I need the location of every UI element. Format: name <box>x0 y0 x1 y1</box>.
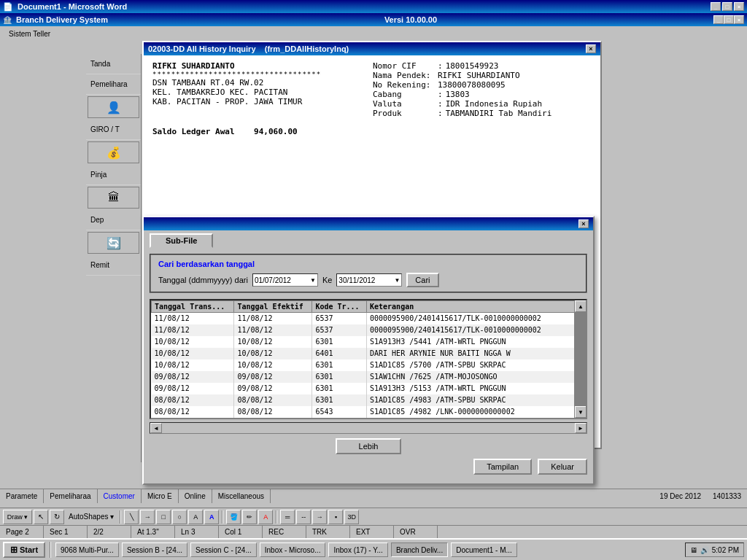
person-icon: 👤 <box>107 101 121 114</box>
line-color-tool[interactable]: ✏ <box>242 510 257 524</box>
bds-tab-pemeliharaan[interactable]: Pemeliharaa <box>44 489 97 503</box>
lebih-button[interactable]: Lebih <box>336 438 402 454</box>
textbox-tool[interactable]: A <box>188 510 203 524</box>
subfile-tab[interactable]: Sub-File <box>150 233 213 248</box>
scroll-track[interactable] <box>575 312 586 406</box>
rect-tool[interactable]: □ <box>156 510 171 524</box>
bds-tab-micro[interactable]: Micro E <box>142 489 179 503</box>
draw-dropdown-button[interactable]: Draw ▾ <box>3 510 32 524</box>
scroll-right-button[interactable]: ► <box>575 423 587 433</box>
scroll-left-button[interactable]: ◄ <box>150 423 162 433</box>
bds-nav-pemelihara[interactable]: Pemelihara <box>86 74 141 95</box>
data-table-wrapper: Tanggal Trans... Tanggal Efektif Kode Tr… <box>150 299 587 419</box>
bds-tab-miscellaneous[interactable]: Miscellaneous <box>212 489 271 503</box>
nomor-cif-value: 18001549923 <box>446 61 499 71</box>
select-button[interactable]: ↖ <box>34 510 48 524</box>
table-row[interactable]: 08/08/12 08/08/12 6301 S1AD1C85 /4983 /A… <box>152 394 586 406</box>
wordart-tool[interactable]: A <box>204 510 219 524</box>
bds-menu-sistem-teller[interactable]: Sistem Teller <box>3 28 56 39</box>
bds-nav-tanda[interactable]: Tanda <box>86 54 141 74</box>
clock: 5:02 PM <box>712 546 739 554</box>
bds-tab-online[interactable]: Online <box>179 489 212 503</box>
pemelihara-label: Pemelihara <box>90 80 128 88</box>
pemeliharaan-label: Pemeliharaa <box>50 492 90 500</box>
cell-keterangan: S1A913H3 /5441 /ATM-WRTL PNGGUN <box>367 336 586 348</box>
table-row[interactable]: 10/08/12 10/08/12 6401 DARI HER ARYNIE N… <box>152 348 586 359</box>
close-button[interactable]: × <box>734 2 744 11</box>
taskbar-right: 🖥 🔊 5:02 PM <box>685 542 744 557</box>
bds-status-right: 19 Dec 2012 1401333 <box>654 492 747 500</box>
rec-value: REC <box>268 528 284 536</box>
arrow-tool[interactable]: → <box>140 510 155 524</box>
minimize-button[interactable]: _ <box>711 2 721 11</box>
taskbar-branch-delivery[interactable]: Branch Deliv... <box>391 542 448 557</box>
at-status: At 1.3" <box>131 526 175 538</box>
table-row[interactable]: 10/08/12 10/08/12 6301 S1A913H3 /5441 /A… <box>152 336 586 348</box>
subfile-titlebar: × <box>144 217 593 230</box>
dash-style-tool[interactable]: -- <box>296 510 311 524</box>
taskbar-sep <box>50 542 51 558</box>
dari-dropdown[interactable]: 01/07/2012 ▼ <box>252 273 318 287</box>
taskbar-document1[interactable]: Document1 - M... <box>451 542 517 557</box>
table-row[interactable]: 10/08/12 10/08/12 6301 S1AD1C85 /5700 /A… <box>152 359 586 371</box>
sec-status: Sec 1 <box>44 526 88 538</box>
keluar-button[interactable]: Keluar <box>538 459 587 475</box>
cell-tanggal-trans: 10/08/12 <box>152 359 234 371</box>
taskbar-session-b[interactable]: Session B - [24... <box>122 542 187 557</box>
valuta-value: IDR Indonesia Rupiah <box>446 99 542 109</box>
scroll-down-button[interactable]: ▼ <box>575 406 587 418</box>
taskbar-9068[interactable]: 9068 Multi-Pur... <box>55 542 119 557</box>
tampilan-button[interactable]: Tampilan <box>473 459 532 475</box>
bds-tab-customer[interactable]: Customer <box>98 489 142 503</box>
fill-color-tool[interactable]: 🪣 <box>226 510 241 524</box>
3d-tool[interactable]: 3D <box>344 510 359 524</box>
ln-value: Ln 3 <box>181 528 195 536</box>
no-rekening-row: No Rekening: 13800078080095 <box>373 80 592 90</box>
bds-nav-icon3: 🏛 <box>88 187 139 209</box>
table-row[interactable]: 09/08/12 09/08/12 6301 S1A913H3 /5153 /A… <box>152 383 586 394</box>
taskbar-session-c[interactable]: Session C - [24... <box>190 542 257 557</box>
table-row[interactable]: 09/08/12 09/08/12 6301 S1AW1CHN /7625 /A… <box>152 371 586 383</box>
oval-tool[interactable]: ○ <box>172 510 187 524</box>
table-row[interactable]: 08/08/12 08/08/12 6548 <box>152 418 586 420</box>
bds-close-button[interactable]: × <box>734 15 744 24</box>
draw-sep3 <box>276 510 277 524</box>
scroll-up-button[interactable]: ▲ <box>575 300 587 312</box>
bds-nav-giro[interactable]: GIRO / T <box>86 120 141 140</box>
ke-dropdown[interactable]: 30/11/2012 ▼ <box>336 273 402 287</box>
font-color-tool2[interactable]: A <box>258 510 273 524</box>
valuta-label: Valuta <box>373 99 435 109</box>
taskbar-session-c-label: Session C - [24... <box>196 546 252 554</box>
line-style-tool[interactable]: ═ <box>280 510 295 524</box>
taskbar-inbox17[interactable]: Inbox (17) - Y... <box>328 542 387 557</box>
table-scrollbar[interactable]: ▲ ▼ <box>574 300 586 418</box>
bds-tab-parameter[interactable]: Paramete <box>0 489 44 503</box>
col-kode: Kode Tr... <box>312 301 367 313</box>
table-row[interactable]: 08/08/12 08/08/12 6543 S1AD1C85 /4982 /L… <box>152 406 586 418</box>
cabang-value: 13803 <box>446 90 470 99</box>
arrow-style-tool[interactable]: → <box>312 510 327 524</box>
subfile-close-button[interactable]: × <box>578 219 589 228</box>
h-scrollbar[interactable]: ◄ ► <box>150 422 587 434</box>
shadow-tool[interactable]: ▪ <box>328 510 343 524</box>
bds-nav-pinja[interactable]: Pinja <box>86 165 141 185</box>
autoshapes-dropdown-button[interactable]: AutoShapes ▾ <box>66 513 117 521</box>
table-row[interactable]: 11/08/12 11/08/12 6537 0000095900/240141… <box>152 313 586 324</box>
taskbar-inbox[interactable]: Inbox - Microso... <box>260 542 326 557</box>
restore-button[interactable]: □ <box>722 2 732 11</box>
table-row[interactable]: 11/08/12 11/08/12 6537 0000095900/240141… <box>152 324 586 336</box>
saldo-value: 94,060.00 <box>254 127 298 136</box>
main-dialog-close-button[interactable]: × <box>586 44 596 53</box>
bds-maximize-button[interactable]: □ <box>724 15 734 24</box>
bds-nav-remit[interactable]: Remit <box>86 255 141 276</box>
network-icon: 🖥 <box>690 546 697 554</box>
rotate-button[interactable]: ↻ <box>50 510 64 524</box>
cari-button[interactable]: Cari <box>406 273 438 287</box>
bds-nav-dep[interactable]: Dep <box>86 210 141 230</box>
nomor-cif-colon: : <box>438 61 443 71</box>
bds-minimize-button[interactable]: _ <box>713 15 724 24</box>
ovr-status: OVR <box>394 526 438 538</box>
line-tool[interactable]: ╲ <box>124 510 139 524</box>
cell-kode: 6548 <box>312 418 367 420</box>
start-button[interactable]: ⊞ Start <box>3 542 45 558</box>
